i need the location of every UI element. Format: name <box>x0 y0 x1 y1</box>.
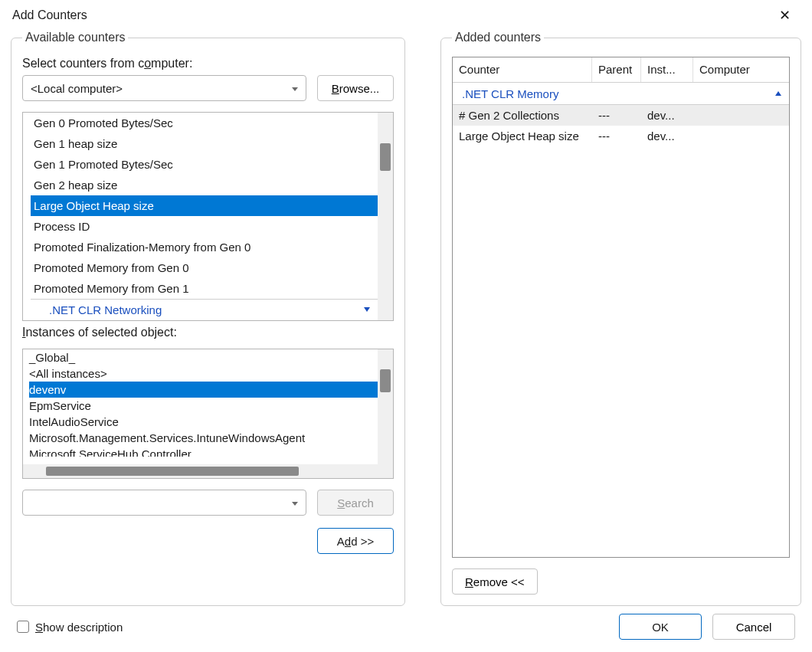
instance-item[interactable]: Microsoft.ServiceHub.Controller <box>29 446 378 457</box>
remove-rest: emove << <box>473 575 525 588</box>
add-row: Add >> <box>22 528 394 554</box>
browse-button[interactable]: Browse... <box>317 75 394 101</box>
window-title: Add Counters <box>12 8 87 22</box>
cell-counter: # Gen 2 Collections <box>453 109 592 122</box>
add-rest: d >> <box>351 535 374 548</box>
cell-counter: Large Object Heap size <box>453 129 592 143</box>
available-counters-group: Available counters Select counters from … <box>11 31 405 606</box>
add-button[interactable]: Add >> <box>317 528 394 554</box>
browse-accel: B <box>332 82 339 95</box>
search-button: Search <box>317 490 394 516</box>
scrollbar-thumb[interactable] <box>380 369 391 392</box>
counter-category[interactable]: .NET CLR Networking <box>31 299 378 319</box>
remove-row: Remove << <box>452 568 790 595</box>
counter-item[interactable]: Gen 1 Promoted Bytes/Sec <box>31 154 378 175</box>
th-computer[interactable]: Computer <box>693 57 789 82</box>
counter-item[interactable]: Promoted Memory from Gen 1 <box>31 278 378 299</box>
add-accel: d <box>345 535 351 548</box>
instance-item[interactable]: IntelAudioService <box>29 414 378 430</box>
chevron-down-icon <box>292 82 298 95</box>
added-counters-table: Counter Parent Inst... Computer .NET CLR… <box>452 57 790 558</box>
table-row[interactable]: # Gen 2 Collections --- dev... <box>453 105 789 126</box>
cell-inst: dev... <box>641 129 693 143</box>
scrollbar-thumb[interactable] <box>380 143 391 171</box>
search-rest: earch <box>345 496 374 509</box>
computer-combobox[interactable]: <Local computer> <box>22 75 306 101</box>
show-description-checkbox[interactable]: Show description <box>17 621 123 634</box>
table-header: Counter Parent Inst... Computer <box>453 57 789 82</box>
instances-label-rest: nstances of selected object: <box>25 326 176 339</box>
instances-horizontal-scrollbar[interactable] <box>23 464 393 478</box>
show-description-label: Show description <box>35 621 123 634</box>
checkbox-box[interactable] <box>17 621 29 633</box>
cell-inst: dev... <box>641 109 693 122</box>
scrollbar-thumb[interactable] <box>46 467 299 476</box>
instances-vertical-scrollbar[interactable] <box>378 349 393 464</box>
close-icon[interactable] <box>769 4 800 27</box>
instance-item[interactable]: EpmService <box>29 398 378 414</box>
instance-item-selected[interactable]: devenv <box>29 382 378 398</box>
counters-listbox[interactable]: Gen 0 Promoted Bytes/Sec Gen 1 heap size… <box>22 112 394 321</box>
counter-item-selected[interactable]: Large Object Heap size <box>31 195 378 216</box>
select-computer-label-pre: Select counters from c <box>22 57 144 70</box>
select-computer-label-post: mputer: <box>151 57 192 70</box>
th-counter[interactable]: Counter <box>453 57 592 82</box>
ok-button[interactable]: OK <box>619 614 702 640</box>
counter-item[interactable]: Promoted Memory from Gen 0 <box>31 257 378 278</box>
instances-scroll: _Global_ <All instances> devenv EpmServi… <box>23 349 378 464</box>
counter-item[interactable]: Gen 2 heap size <box>31 175 378 195</box>
counter-item[interactable]: Gen 1 heap size <box>31 133 378 154</box>
dialog-content: Available counters Select counters from … <box>0 31 812 614</box>
add-pre: A <box>337 535 345 548</box>
counter-item[interactable]: Promoted Finalization-Memory from Gen 0 <box>31 237 378 257</box>
th-parent[interactable]: Parent <box>592 57 641 82</box>
counters-scroll-area: Gen 0 Promoted Bytes/Sec Gen 1 heap size… <box>23 113 378 320</box>
search-row: Search <box>22 490 394 516</box>
counter-group-row[interactable]: .NET CLR Memory <box>453 82 789 105</box>
cell-parent: --- <box>592 129 641 143</box>
search-accel: S <box>337 496 345 509</box>
counter-item[interactable]: Gen 0 Promoted Bytes/Sec <box>31 113 378 133</box>
show-desc-accel: S <box>35 621 43 634</box>
chevron-down-icon <box>364 307 370 312</box>
select-computer-label-accel: o <box>144 57 151 70</box>
counter-group-label: .NET CLR Memory <box>462 87 558 100</box>
remove-accel: R <box>465 575 473 588</box>
chevron-up-icon <box>775 91 781 96</box>
browse-rest: rowse... <box>339 82 380 95</box>
cancel-button[interactable]: Cancel <box>712 614 795 640</box>
chevron-down-icon <box>292 496 298 509</box>
instance-item[interactable]: Microsoft.Management.Services.IntuneWind… <box>29 430 378 446</box>
available-counters-legend: Available counters <box>22 31 128 44</box>
instance-item[interactable]: <All instances> <box>29 365 378 382</box>
added-counters-group: Added counters Counter Parent Inst... Co… <box>440 31 801 606</box>
counter-item[interactable]: Process ID <box>31 216 378 237</box>
instances-listbox[interactable]: _Global_ <All instances> devenv EpmServi… <box>22 349 394 479</box>
added-counters-legend: Added counters <box>452 31 544 44</box>
search-combobox[interactable] <box>22 490 306 516</box>
table-row[interactable]: Large Object Heap size --- dev... <box>453 126 789 146</box>
cell-parent: --- <box>592 109 641 122</box>
remove-button[interactable]: Remove << <box>452 568 538 595</box>
th-inst[interactable]: Inst... <box>641 57 693 82</box>
select-computer-label: Select counters from computer: <box>22 57 394 70</box>
add-counters-dialog: Add Counters Available counters Select c… <box>0 0 812 652</box>
instances-inner: _Global_ <All instances> devenv EpmServi… <box>23 349 393 464</box>
show-desc-rest: how description <box>43 621 123 634</box>
counters-vertical-scrollbar[interactable] <box>378 113 393 320</box>
computer-row: <Local computer> Browse... <box>22 75 394 101</box>
counter-category-label: .NET CLR Networking <box>49 300 162 320</box>
instance-item[interactable]: _Global_ <box>29 349 378 365</box>
computer-value: <Local computer> <box>31 82 123 95</box>
instances-label: Instances of selected object: <box>22 326 394 339</box>
dialog-footer: Show description OK Cancel <box>0 614 812 652</box>
titlebar: Add Counters <box>0 0 812 31</box>
